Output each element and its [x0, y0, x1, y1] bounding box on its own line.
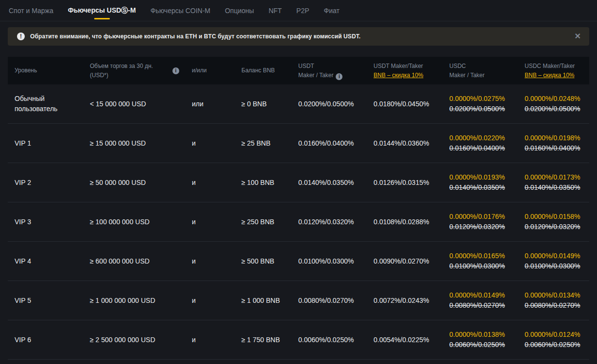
cell-bnb-balance: ≥ 500 BNB	[241, 257, 298, 265]
bnb-discount-link[interactable]: BNB – скидка 10%	[374, 71, 449, 80]
table-row: VIP 4 ≥ 600 000 000 USD и ≥ 500 BNB 0.01…	[8, 242, 589, 281]
cell-volume: ≥ 2 500 000 000 USD	[90, 336, 192, 344]
cell-usdt-fee: 0.0160%/0.0400%	[298, 139, 374, 147]
info-icon[interactable]: i	[172, 67, 179, 74]
cell-usdc-fee: 0.0000%/0.0165% 0.0100%/0.0300%	[449, 251, 525, 271]
usdc-fee-original: 0.0080%/0.0270%	[449, 300, 525, 311]
table-row: Обычный пользователь < 15 000 000 USD ил…	[8, 84, 589, 124]
tab-label: Фьючерсы COIN-M	[151, 7, 210, 15]
exclamation-icon: !	[17, 33, 25, 40]
usdc-bnb-fee-original: 0.0140%/0.0350%	[525, 182, 589, 193]
col-header-usdt-line2: Maker / Taker	[298, 72, 333, 79]
cell-usdc-fee: 0.0000%/0.0138% 0.0060%/0.0250%	[449, 330, 525, 350]
col-header-bnb-balance: Баланс BNB	[241, 66, 298, 75]
cell-level: VIP 3	[15, 217, 90, 227]
cell-level: VIP 2	[15, 178, 90, 188]
cell-usdt-fee: 0.0100%/0.0300%	[298, 257, 374, 265]
cell-usdc-bnb-fee: 0.0000%/0.0173% 0.0140%/0.0350%	[525, 172, 589, 193]
cell-usdt-fee: 0.0120%/0.0320%	[298, 218, 374, 226]
cell-usdt-bnb-fee: 0.0180%/0.0450%	[374, 100, 449, 108]
usdc-fee-discounted: 0.0000%/0.0220%	[449, 133, 525, 143]
cell-level: VIP 6	[15, 335, 90, 345]
cell-usdc-bnb-fee: 0.0000%/0.0149% 0.0100%/0.0300%	[525, 251, 589, 271]
cell-bnb-balance: ≥ 1 750 BNB	[241, 336, 298, 344]
cell-volume: ≥ 50 000 000 USD	[90, 179, 192, 186]
table-row: VIP 6 ≥ 2 500 000 000 USD и ≥ 1 750 BNB …	[8, 320, 589, 360]
usdc-bnb-fee-discounted: 0.0000%/0.0248%	[525, 94, 589, 104]
cell-volume: ≥ 600 000 000 USD	[90, 257, 192, 265]
col-header-volume-line2: (USD*)	[90, 71, 153, 80]
usdc-fee-discounted: 0.0000%/0.0176%	[449, 212, 525, 222]
cell-usdc-fee: 0.0000%/0.0193% 0.0140%/0.0350%	[449, 172, 525, 193]
fee-table-header: Уровень Объем торгов за 30 дн. (USD*) i …	[8, 57, 589, 84]
cell-level: VIP 5	[15, 296, 90, 306]
tab-label: P2P	[296, 7, 309, 15]
tab-label: NFT	[269, 7, 282, 15]
col-header-usdc-bnb: USDC Maker/Taker BNB – скидка 10%	[525, 62, 589, 80]
cell-level: Обычный пользователь	[15, 94, 90, 114]
usdc-fee-discounted: 0.0000%/0.0275%	[449, 94, 525, 104]
cell-conjunction: и	[192, 218, 241, 226]
usdc-fee-discounted: 0.0000%/0.0193%	[449, 172, 525, 182]
close-icon[interactable]: ✕	[575, 33, 581, 40]
cell-conjunction: и	[192, 179, 241, 186]
cell-usdc-bnb-fee: 0.0000%/0.0248% 0.0200%/0.0500%	[525, 94, 589, 114]
usdc-bnb-fee-original: 0.0100%/0.0300%	[525, 261, 589, 271]
usdc-fee-original: 0.0060%/0.0250%	[449, 340, 525, 350]
col-header-level: Уровень	[15, 66, 90, 75]
usdc-fee-original: 0.0200%/0.0500%	[449, 104, 525, 114]
cell-volume: < 15 000 000 USD	[90, 100, 192, 108]
cell-level: VIP 1	[15, 138, 90, 149]
cell-bnb-balance: ≥ 0 BNB	[241, 100, 298, 108]
tab-options[interactable]: Опционы	[225, 0, 254, 21]
tab-futures-coinm[interactable]: Фьючерсы COIN-M	[151, 0, 210, 21]
tab-label: Фьючерсы USDⓈ-M	[68, 6, 136, 15]
notice-text: Обратите внимание, что фьючерсные контра…	[30, 33, 360, 40]
table-row: VIP 3 ≥ 100 000 000 USD и ≥ 250 BNB 0.01…	[8, 202, 589, 242]
usdc-bnb-fee-discounted: 0.0000%/0.0124%	[525, 330, 589, 340]
fee-table: Уровень Объем торгов за 30 дн. (USD*) i …	[8, 57, 589, 360]
cell-usdc-fee: 0.0000%/0.0149% 0.0080%/0.0270%	[449, 290, 525, 311]
cell-conjunction: и	[192, 297, 241, 304]
cell-usdt-fee: 0.0080%/0.0270%	[298, 297, 374, 304]
tab-bar: Спот и Маржа Фьючерсы USDⓈ-M Фьючерсы CO…	[0, 0, 597, 21]
bnb-discount-link[interactable]: BNB – скидка 10%	[525, 71, 589, 80]
cell-volume: ≥ 15 000 000 USD	[90, 139, 192, 147]
cell-volume: ≥ 100 000 000 USD	[90, 218, 192, 226]
tab-futures-usdm[interactable]: Фьючерсы USDⓈ-M	[68, 0, 136, 21]
notice-banner: ! Обратите внимание, что фьючерсные конт…	[8, 27, 589, 46]
usdc-fee-discounted: 0.0000%/0.0138%	[449, 330, 525, 340]
cell-conjunction: и	[192, 336, 241, 344]
tab-spot-margin[interactable]: Спот и Маржа	[9, 0, 53, 21]
cell-usdt-fee: 0.0140%/0.0350%	[298, 179, 374, 186]
fee-table-body: Обычный пользователь < 15 000 000 USD ил…	[8, 84, 589, 360]
col-header-usdc-line1: USDC	[449, 62, 525, 71]
cell-usdt-bnb-fee: 0.0054%/0.0225%	[374, 336, 449, 344]
usdc-bnb-fee-original: 0.0060%/0.0250%	[525, 340, 589, 350]
cell-usdc-bnb-fee: 0.0000%/0.0124% 0.0060%/0.0250%	[525, 330, 589, 350]
cell-usdc-fee: 0.0000%/0.0220% 0.0160%/0.0400%	[449, 133, 525, 153]
cell-usdt-fee: 0.0200%/0.0500%	[298, 100, 374, 108]
cell-usdc-bnb-fee: 0.0000%/0.0158% 0.0120%/0.0320%	[525, 212, 589, 232]
table-row: VIP 2 ≥ 50 000 000 USD и ≥ 100 BNB 0.014…	[8, 163, 589, 202]
col-header-volume-line1: Объем торгов за 30 дн.	[90, 62, 153, 71]
cell-usdc-bnb-fee: 0.0000%/0.0198% 0.0160%/0.0400%	[525, 133, 589, 153]
usdc-fee-original: 0.0160%/0.0400%	[449, 143, 525, 153]
col-header-usdt-bnb-line1: USDT Maker/Taker	[374, 62, 449, 71]
usdc-fee-discounted: 0.0000%/0.0165%	[449, 251, 525, 261]
cell-conjunction: и	[192, 139, 241, 147]
cell-usdt-bnb-fee: 0.0108%/0.0288%	[374, 218, 449, 226]
cell-bnb-balance: ≥ 25 BNB	[241, 139, 298, 147]
col-header-and-or: и/или	[192, 66, 241, 75]
col-header-usdt: USDT Maker / Takeri	[298, 62, 374, 80]
usdc-bnb-fee-discounted: 0.0000%/0.0198%	[525, 133, 589, 143]
usdc-fee-original: 0.0120%/0.0320%	[449, 222, 525, 232]
tab-nft[interactable]: NFT	[269, 0, 282, 21]
cell-bnb-balance: ≥ 250 BNB	[241, 218, 298, 226]
usdc-bnb-fee-original: 0.0200%/0.0500%	[525, 104, 589, 114]
tab-fiat[interactable]: Фиат	[324, 0, 340, 21]
usdc-bnb-fee-original: 0.0160%/0.0400%	[525, 143, 589, 153]
tab-p2p[interactable]: P2P	[296, 0, 309, 21]
cell-usdc-fee: 0.0000%/0.0176% 0.0120%/0.0320%	[449, 212, 525, 232]
info-icon[interactable]: i	[336, 73, 342, 80]
